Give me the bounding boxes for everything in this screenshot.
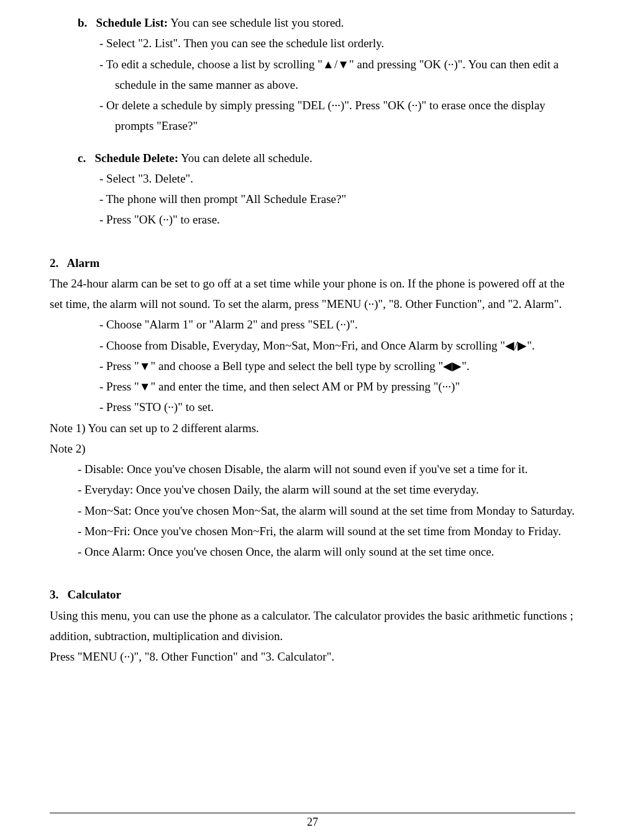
section-2-heading: 2. Alarm (50, 253, 575, 273)
section-2-label: 2. (50, 256, 58, 269)
section-b-label: b. (78, 16, 87, 29)
list-item: - Choose from Disable, Everyday, Mon~Sat… (50, 335, 575, 356)
list-item: - To edit a schedule, choose a list by s… (50, 54, 575, 96)
bullet: - (99, 58, 106, 71)
section-2-intro: The 24-hour alarm can be set to go off a… (50, 273, 575, 315)
section-3-p1: Using this menu, you can use the phone a… (50, 605, 575, 647)
bullet: - (99, 99, 106, 112)
bullet: - (99, 359, 106, 373)
bullet: - (99, 37, 106, 50)
bullet: - (78, 525, 84, 538)
section-b-heading: b. Schedule List: You can see schedule l… (50, 12, 575, 33)
section-3-heading: 3. Calculator (50, 584, 575, 605)
bullet: - (99, 213, 106, 226)
list-item-text: Choose from Disable, Everyday, Mon~Sat, … (106, 339, 535, 352)
list-item: - Mon~Fri: Once you've chosen Mon~Fri, t… (50, 521, 575, 541)
section-c-heading: c. Schedule Delete: You can delete all s… (50, 148, 575, 168)
bullet: - (78, 545, 84, 558)
section-3-p2: Press "MENU (··)", "8. Other Function" a… (50, 646, 575, 667)
list-item: - Mon~Sat: Once you've chosen Mon~Sat, t… (50, 500, 575, 521)
list-item-text: Press "OK (··)" to erase. (106, 213, 220, 226)
list-item: - Select "3. Delete". (50, 168, 575, 189)
list-item: - Once Alarm: Once you've chosen Once, t… (50, 541, 575, 562)
section-c-title: Schedule Delete: (94, 151, 178, 165)
list-item: - The phone will then prompt "All Schedu… (50, 189, 575, 209)
list-item: - Press "OK (··)" to erase. (50, 209, 575, 230)
list-item-text: Disable: Once you've chosen Disable, the… (84, 463, 527, 476)
section-b-desc: You can see schedule list you stored. (168, 16, 344, 29)
bullet: - (99, 400, 106, 413)
section-c-label: c. (78, 151, 86, 165)
page-number: 27 (307, 816, 318, 828)
list-item: - Or delete a schedule by simply pressin… (50, 95, 575, 137)
section-b-title: Schedule List: (96, 16, 168, 29)
bullet: - (99, 318, 106, 331)
list-item-text: Everyday: Once you've chosen Daily, the … (84, 483, 479, 496)
list-item-text: The phone will then prompt "All Schedule… (106, 192, 346, 205)
list-item-text: Press "STO (··)" to set. (106, 400, 214, 413)
bullet: - (99, 172, 106, 185)
list-item-text: Press "▼" and enter the time, and then s… (106, 380, 460, 393)
bullet: - (78, 504, 84, 517)
list-item-text: Select "2. List". Then you can see the s… (106, 37, 384, 50)
list-item-text: Mon~Fri: Once you've chosen Mon~Fri, the… (84, 525, 561, 538)
page-footer: 27 (50, 813, 575, 829)
list-item: - Everyday: Once you've chosen Daily, th… (50, 479, 575, 500)
note-2-label: Note 2) (50, 438, 575, 459)
bullet: - (78, 463, 84, 476)
list-item: - Select "2. List". Then you can see the… (50, 33, 575, 53)
note-1: Note 1) You can set up to 2 different al… (50, 418, 575, 438)
list-item: - Disable: Once you've chosen Disable, t… (50, 459, 575, 479)
list-item-text: Press "▼" and choose a Bell type and sel… (106, 359, 470, 373)
list-item: - Choose "Alarm 1" or "Alarm 2" and pres… (50, 314, 575, 335)
bullet: - (99, 192, 106, 205)
list-item-text: Select "3. Delete". (106, 172, 193, 185)
section-3-title: Calculator (68, 588, 122, 601)
list-item-text: Choose "Alarm 1" or "Alarm 2" and press … (106, 318, 358, 331)
list-item: - Press "STO (··)" to set. (50, 397, 575, 417)
bullet: - (99, 339, 106, 352)
list-item-text: Mon~Sat: Once you've chosen Mon~Sat, the… (84, 504, 575, 517)
section-2-title: Alarm (66, 256, 99, 269)
bullet: - (78, 483, 84, 496)
section-c-desc: You can delete all schedule. (178, 151, 312, 165)
list-item: - Press "▼" and enter the time, and then… (50, 376, 575, 397)
bullet: - (99, 380, 106, 393)
document-page: b. Schedule List: You can see schedule l… (0, 0, 625, 840)
list-item-text: Once Alarm: Once you've chosen Once, the… (84, 545, 494, 558)
list-item: - Press "▼" and choose a Bell type and s… (50, 356, 575, 376)
list-item-text: To edit a schedule, choose a list by scr… (106, 58, 559, 91)
section-3-label: 3. (50, 588, 58, 601)
list-item-text: Or delete a schedule by simply pressing … (106, 99, 545, 132)
